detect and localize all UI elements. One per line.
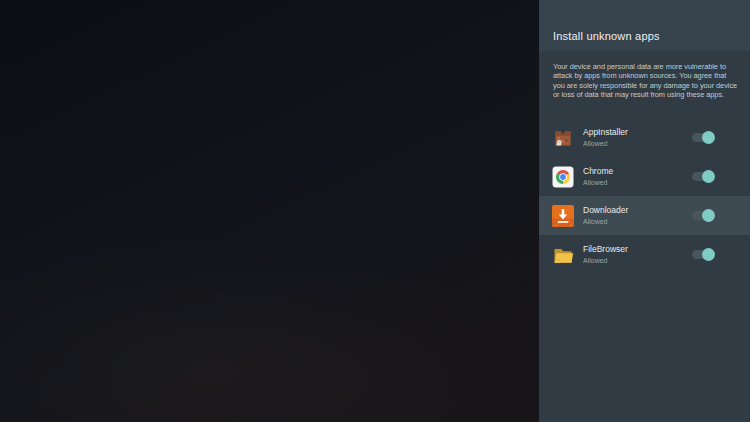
panel-header: Install unknown apps xyxy=(539,0,750,51)
toggle-switch[interactable] xyxy=(692,131,715,144)
filebrowser-app-icon xyxy=(552,244,574,266)
warning-text: Your device and personal data are more v… xyxy=(553,62,738,100)
app-row-chrome[interactable]: Chrome Allowed xyxy=(539,157,750,196)
app-name: Downloader xyxy=(583,205,628,215)
app-row-filebrowser[interactable]: FileBrowser Allowed xyxy=(539,235,750,274)
app-row-appinstaller[interactable]: AppInstaller Allowed xyxy=(539,118,750,157)
app-list: AppInstaller Allowed xyxy=(539,118,750,274)
chrome-app-icon xyxy=(552,166,574,188)
app-row-downloader[interactable]: Downloader Allowed xyxy=(539,196,750,235)
page-title: Install unknown apps xyxy=(553,31,660,42)
app-status: Allowed xyxy=(583,218,628,226)
toggle-switch[interactable] xyxy=(692,209,715,222)
toggle-thumb xyxy=(702,248,715,261)
app-status: Allowed xyxy=(583,140,628,148)
app-name: FileBrowser xyxy=(583,244,628,254)
toggle-thumb xyxy=(702,170,715,183)
app-text: AppInstaller Allowed xyxy=(583,127,628,148)
downloader-app-icon xyxy=(552,205,574,227)
app-name: Chrome xyxy=(583,166,613,176)
toggle-thumb xyxy=(702,209,715,222)
tv-screen: Install unknown apps Your device and per… xyxy=(0,0,750,422)
toggle-switch[interactable] xyxy=(692,248,715,261)
toggle-thumb xyxy=(702,131,715,144)
install-unknown-apps-panel: Install unknown apps Your device and per… xyxy=(539,0,750,422)
app-status: Allowed xyxy=(583,257,628,265)
app-text: Chrome Allowed xyxy=(583,166,613,187)
app-text: FileBrowser Allowed xyxy=(583,244,628,265)
toggle-switch[interactable] xyxy=(692,170,715,183)
app-name: AppInstaller xyxy=(583,127,628,137)
appinstaller-app-icon xyxy=(552,127,574,149)
app-text: Downloader Allowed xyxy=(583,205,628,226)
app-status: Allowed xyxy=(583,179,613,187)
